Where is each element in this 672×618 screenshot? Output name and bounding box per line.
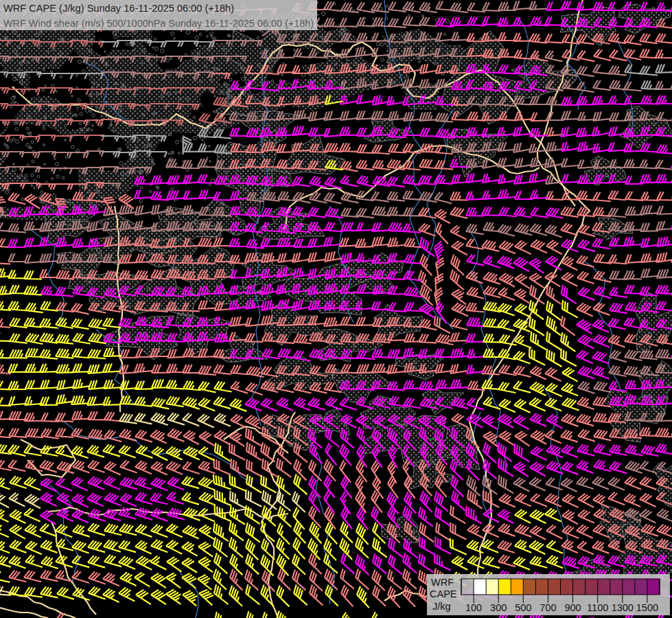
svg-text:900: 900 [564,602,581,613]
svg-text:WRF CAPE (J/kg) Sunday 16-11-2: WRF CAPE (J/kg) Sunday 16-11-2025 06:00 … [3,3,234,14]
svg-text:500: 500 [515,602,531,613]
svg-text:100: 100 [465,602,482,613]
svg-text:WRF: WRF [431,577,454,588]
svg-text:1500: 1500 [636,602,658,613]
svg-text:1300: 1300 [612,602,634,613]
svg-text:1100: 1100 [587,602,608,613]
svg-text:300: 300 [490,602,507,613]
svg-text:700: 700 [540,602,556,613]
svg-text:WRF Wind shear (m/s) 500/1000h: WRF Wind shear (m/s) 500/1000hPa Sunday … [3,18,314,29]
svg-text:CAPE: CAPE [430,588,457,599]
svg-text:J/kg: J/kg [432,601,451,612]
